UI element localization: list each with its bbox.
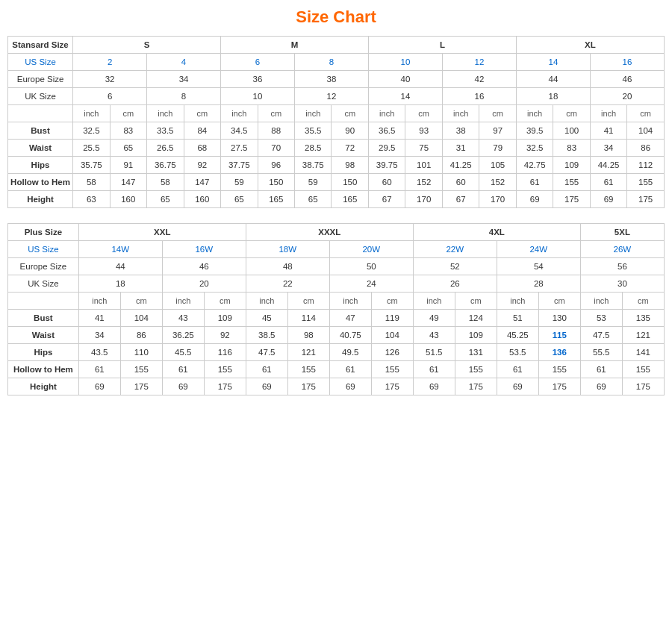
unit-cm-5: cm <box>405 105 442 122</box>
bust-v9: 36.5 <box>368 122 405 140</box>
uk-10: 10 <box>221 88 295 105</box>
us-16w: 16W <box>162 241 246 258</box>
us-18w: 18W <box>246 241 329 258</box>
plus-waist-row: Waist 348636.2592 38.59840.75104 4310945… <box>8 327 665 344</box>
height-row-standard: Height 6316065160 6516565165 6717067170 … <box>8 191 665 208</box>
unit-cm-4: cm <box>332 105 368 122</box>
plus-uk-size-row: UK Size 18 20 22 24 26 28 30 <box>8 275 665 293</box>
uk-14: 14 <box>368 88 442 105</box>
europe-size-row: Europe Size 32 34 36 38 40 42 44 46 <box>8 71 665 88</box>
unit-inch-5: inch <box>368 105 405 122</box>
us-size-row: US Size 2 4 6 8 10 12 14 16 <box>8 54 665 71</box>
uk-8: 8 <box>147 88 221 105</box>
plus-uk-label: UK Size <box>8 275 79 293</box>
group-xxl: XXL <box>78 224 246 241</box>
uk-16: 16 <box>442 88 516 105</box>
plus-height-row: Height 6917569175 6917569175 6917569175 … <box>8 378 665 395</box>
hollow-label: Hollow to Hem <box>8 174 73 191</box>
unit-row-standard: inch cm inch cm inch cm inch cm inch cm … <box>8 105 665 122</box>
plus-height-label: Height <box>8 378 79 395</box>
unit-cm-8: cm <box>627 105 665 122</box>
europe-size-label: Europe Size <box>8 71 73 88</box>
standard-size-table: Stansard Size S M L XL US Size 2 4 6 8 1… <box>7 36 665 208</box>
unit-cm-7: cm <box>553 105 590 122</box>
unit-inch-3: inch <box>221 105 258 122</box>
unit-inch-2: inch <box>147 105 184 122</box>
unit-cm-2: cm <box>184 105 220 122</box>
plus-europe-size-row: Europe Size 44 46 48 50 52 54 56 <box>8 258 665 275</box>
plus-europe-label: Europe Size <box>8 258 79 275</box>
group-m: M <box>221 37 369 54</box>
unit-inch-7: inch <box>516 105 553 122</box>
us-14: 14 <box>516 54 590 71</box>
bust-v3: 33.5 <box>147 122 184 140</box>
unit-inch-6: inch <box>442 105 479 122</box>
bust-v14: 100 <box>553 122 590 140</box>
unit-cm-6: cm <box>479 105 516 122</box>
bust-v5: 34.5 <box>221 122 258 140</box>
eu-44: 44 <box>516 71 590 88</box>
us-2: 2 <box>73 54 147 71</box>
plus-hips-label: Hips <box>8 344 79 361</box>
bust-v12: 97 <box>479 122 516 140</box>
bust-v4: 84 <box>184 122 220 140</box>
eu-36: 36 <box>221 71 295 88</box>
plus-us-size-row: US Size 14W 16W 18W 20W 22W 24W 26W <box>8 241 665 258</box>
eu-46: 46 <box>590 71 664 88</box>
bust-v2: 83 <box>110 122 146 140</box>
hollow-row-standard: Hollow to Hem 5814758147 5915059150 6015… <box>8 174 665 191</box>
group-5xl: 5XL <box>580 224 664 241</box>
group-xl: XL <box>516 37 664 54</box>
plus-unit-empty <box>8 293 79 310</box>
us-size-label: US Size <box>8 54 73 71</box>
plus-size-section: Plus Size XXL XXXL 4XL 5XL US Size 14W 1… <box>7 223 665 395</box>
us-4: 4 <box>147 54 221 71</box>
bust-v11: 38 <box>442 122 479 140</box>
uk-6: 6 <box>73 88 147 105</box>
us-22w: 22W <box>413 241 497 258</box>
plus-size-label: Plus Size <box>8 224 79 241</box>
standard-size-label: Stansard Size <box>8 37 73 54</box>
us-6: 6 <box>221 54 295 71</box>
uk-18: 18 <box>516 88 590 105</box>
eu-40: 40 <box>368 71 442 88</box>
bust-v10: 93 <box>405 122 442 140</box>
waist-row-standard: Waist 25.56526.568 27.57028.572 29.57531… <box>8 140 665 157</box>
us-26w: 26W <box>580 241 664 258</box>
uk-size-label: UK Size <box>8 88 73 105</box>
us-12: 12 <box>442 54 516 71</box>
unit-inch-1: inch <box>73 105 110 122</box>
plus-size-table: Plus Size XXL XXXL 4XL 5XL US Size 14W 1… <box>7 223 665 395</box>
us-20w: 20W <box>329 241 413 258</box>
height-label: Height <box>8 191 73 208</box>
uk-20: 20 <box>590 88 664 105</box>
us-16: 16 <box>590 54 664 71</box>
plus-unit-row: inchcm inchcm inchcm inchcm inchcm inchc… <box>8 293 665 310</box>
unit-cm-3: cm <box>258 105 294 122</box>
us-14w: 14W <box>78 241 162 258</box>
uk-size-row: UK Size 6 8 10 12 14 16 18 20 <box>8 88 665 105</box>
bust-v13: 39.5 <box>516 122 553 140</box>
bust-v6: 88 <box>258 122 294 140</box>
plus-hollow-row: Hollow to Hem 6115561155 6115561155 6115… <box>8 361 665 378</box>
waist-label: Waist <box>8 140 73 157</box>
us-8: 8 <box>295 54 369 71</box>
bust-label: Bust <box>8 122 73 140</box>
us-24w: 24W <box>497 241 580 258</box>
plus-us-size-label: US Size <box>8 241 79 258</box>
bust-v8: 90 <box>332 122 368 140</box>
group-4xl: 4XL <box>413 224 580 241</box>
eu-42: 42 <box>442 71 516 88</box>
uk-12: 12 <box>295 88 369 105</box>
eu-34: 34 <box>147 71 221 88</box>
unit-cm-1: cm <box>110 105 146 122</box>
plus-header-row: Plus Size XXL XXXL 4XL 5XL <box>8 224 665 241</box>
plus-waist-label: Waist <box>8 327 79 344</box>
eu-38: 38 <box>295 71 369 88</box>
group-s: S <box>73 37 221 54</box>
plus-bust-row: Bust 4110443109 4511447119 4912451130 53… <box>8 310 665 327</box>
hips-label: Hips <box>8 157 73 174</box>
bust-v16: 104 <box>627 122 665 140</box>
group-xxxl: XXXL <box>246 224 413 241</box>
plus-hollow-label: Hollow to Hem <box>8 361 79 378</box>
